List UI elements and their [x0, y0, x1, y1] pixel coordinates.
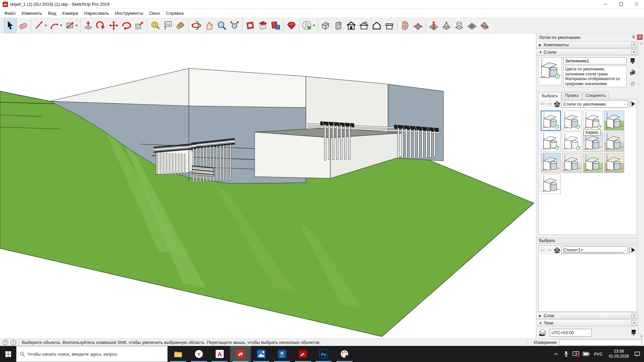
taskbar-app-acrobat[interactable] [292, 346, 313, 362]
eraser-tool-button[interactable] [17, 18, 30, 33]
menu-item-6[interactable]: Инструменты [112, 9, 146, 17]
credits-info-icon[interactable]: i [11, 340, 16, 345]
style-thumbnail-9[interactable] [541, 153, 561, 173]
language-indicator[interactable]: РУС [591, 352, 605, 357]
back-arrow-icon[interactable]: ⇦ [540, 101, 546, 107]
start-button[interactable] [0, 346, 16, 362]
close-section-icon[interactable]: ✕ [631, 320, 637, 325]
create-style-icon[interactable] [630, 69, 636, 75]
arc-tool-button[interactable] [48, 18, 61, 33]
menu-item-8[interactable]: Справка [163, 9, 186, 17]
line-tool-button[interactable] [33, 18, 45, 33]
view-back-tool-button[interactable] [370, 18, 383, 33]
warehouse-tool-button[interactable] [257, 18, 269, 33]
offset-tool-button[interactable] [133, 18, 146, 33]
extensions-tool-button[interactable] [285, 18, 298, 33]
close-section-icon[interactable]: ✕ [631, 313, 637, 318]
styles-tab-1[interactable]: Выбрать [538, 92, 561, 99]
menu-item-7[interactable]: Окно [146, 9, 163, 17]
minimize-button[interactable] [598, 0, 613, 9]
smoove-tool-button[interactable] [427, 18, 440, 33]
pan-tool-button[interactable] [203, 18, 215, 33]
orbit-tool-button[interactable] [190, 18, 203, 33]
flip-edge-tool-button[interactable] [478, 18, 491, 33]
scroll-down-icon[interactable]: ∨ [640, 334, 642, 338]
close-section-icon[interactable]: ✕ [631, 50, 637, 55]
style-thumbnail-13[interactable] [541, 174, 561, 194]
forward-arrow-icon[interactable]: ⇨ [547, 247, 553, 253]
menu-item-5[interactable]: Нарисовать [81, 9, 112, 17]
timezone-dropdown[interactable]: UTC+03:00 ⌄ [550, 329, 592, 337]
style-name-input[interactable] [564, 57, 627, 64]
shadow-toggle-icon[interactable] [538, 328, 547, 337]
taskbar-app-paint-palette[interactable] [334, 346, 355, 362]
account-tool-button[interactable] [301, 18, 314, 33]
section-layers[interactable]: ▶ Слои ✕ [536, 312, 638, 319]
style-thumbnail-12[interactable] [604, 153, 624, 173]
style-thumbnail-2[interactable] [562, 111, 582, 131]
styles-tab-2[interactable]: Правка [561, 92, 582, 99]
style-thumbnail-3[interactable] [583, 111, 603, 131]
close-button[interactable] [629, 0, 644, 9]
scroll-up-icon[interactable]: ∧ [640, 42, 642, 45]
style-thumbnail-1[interactable] [541, 111, 561, 131]
shadow-details-toggle-icon[interactable] [631, 329, 636, 336]
style-thumbnail-4[interactable] [604, 111, 624, 131]
style-thumbnail-6[interactable] [562, 132, 582, 152]
style-thumbnail-5[interactable] [541, 132, 561, 152]
menu-item-1[interactable]: Файл [1, 9, 18, 17]
viewport[interactable] [0, 34, 536, 339]
add-detail-tool-button[interactable] [466, 18, 478, 33]
tray-scrollbar[interactable]: ∧ ∨ [638, 41, 644, 339]
text-tool-button[interactable]: A1 [161, 18, 174, 33]
taskbar-app-photoshop[interactable]: Ps [313, 346, 334, 362]
styles-tab-3[interactable]: Соединить [582, 92, 609, 99]
zoom-tool-button[interactable] [215, 18, 228, 33]
home-icon[interactable] [554, 101, 560, 107]
display-sync-icon[interactable] [571, 346, 581, 362]
follow-me-tool-button[interactable] [95, 18, 107, 33]
action-center-icon[interactable] [632, 346, 642, 362]
back-arrow-icon[interactable]: ⇦ [540, 247, 546, 253]
maximize-button[interactable] [613, 0, 629, 9]
forward-arrow-icon[interactable]: ⇨ [547, 101, 553, 107]
pin-icon[interactable] [632, 35, 636, 39]
push-pull-tool-button[interactable] [82, 18, 95, 33]
home-icon[interactable] [554, 247, 560, 253]
secondary-collection-dropdown[interactable]: Стили<1> ⌄ [561, 246, 628, 254]
taskbar-app-file-explorer[interactable] [168, 346, 189, 362]
taskbar-app-photos[interactable] [251, 346, 272, 362]
measurements-input[interactable] [559, 340, 641, 346]
battery-icon[interactable] [581, 346, 591, 362]
style-thumbnail-11[interactable] [583, 153, 603, 173]
toolbar-drag-handle[interactable] [1, 19, 3, 32]
menu-item-4[interactable]: Камера [59, 9, 81, 17]
zoom-extents-tool-button[interactable] [228, 18, 241, 33]
terrain-scratch-tool-button[interactable] [412, 18, 424, 33]
paint-bucket-tool-button[interactable] [174, 18, 187, 33]
microphone-icon[interactable] [561, 346, 571, 362]
tray-chevron-icon[interactable] [551, 346, 561, 362]
style-collection-dropdown[interactable]: Стили по умолчанию ⌄ [561, 100, 628, 108]
viewport-3d-scene[interactable] [0, 34, 536, 339]
geolocation-icon[interactable]: ? [3, 340, 8, 345]
view-left-tool-button[interactable] [383, 18, 396, 33]
close-section-icon[interactable]: ✕ [631, 42, 637, 47]
taskbar-search[interactable]: Чтобы начать поиск, введите здесь запрос [16, 346, 168, 362]
refresh-icon[interactable] [630, 81, 636, 86]
secondary-list-empty[interactable] [539, 255, 637, 311]
drape-tool-button[interactable] [453, 18, 466, 33]
taskbar-app-sketchup[interactable] [230, 346, 251, 362]
style-description[interactable]: Цвета по умолчанию, затенение стиля гран… [564, 66, 627, 87]
details-arrow-icon[interactable] [629, 101, 636, 107]
send-layout-tool-button[interactable] [244, 18, 257, 33]
tray-close-icon[interactable]: ✕ [637, 35, 643, 40]
secondary-pane-toggle-icon[interactable] [630, 58, 635, 64]
view-right-tool-button[interactable] [332, 18, 345, 33]
tape-measure-tool-button[interactable] [149, 18, 161, 33]
section-styles[interactable]: ▼ Стили ✕ [536, 49, 638, 56]
taskbar-app-revit[interactable]: RRVT [272, 346, 292, 362]
menu-item-2[interactable]: Изменить [18, 9, 45, 17]
style-thumbnail-8[interactable] [604, 132, 624, 152]
rectangle-tool-button[interactable] [63, 18, 76, 33]
